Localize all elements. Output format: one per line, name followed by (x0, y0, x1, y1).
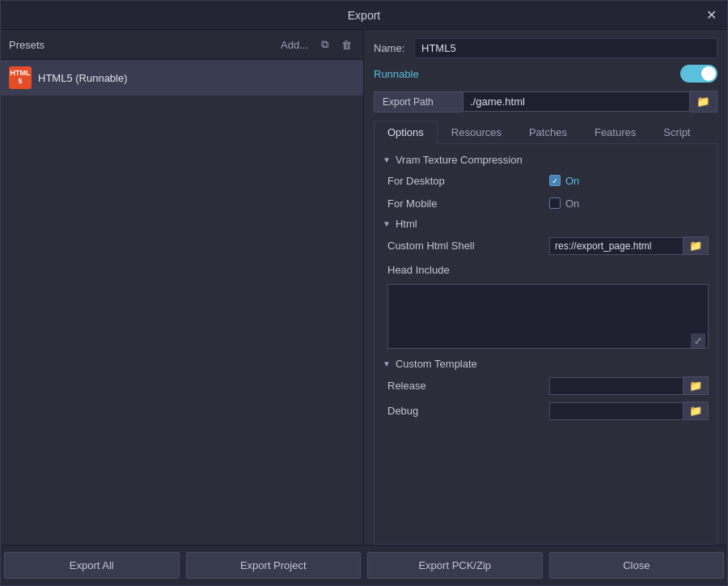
custom-template-header[interactable]: ▼ Custom Template (375, 355, 717, 373)
custom-template-arrow-icon: ▼ (383, 359, 391, 368)
name-row: Name: (374, 38, 717, 58)
tab-resources[interactable]: Resources (438, 121, 515, 143)
duplicate-preset-button[interactable]: ⧉ (318, 36, 332, 53)
runnable-toggle[interactable] (680, 65, 717, 83)
html-section-header[interactable]: ▼ Html (375, 214, 717, 233)
export-path-folder-button[interactable]: 📁 (690, 91, 717, 113)
main-content: Presets Add... ⧉ 🗑 HTML 5 HTML5 (Runnabl… (1, 30, 727, 545)
for-desktop-checkbox[interactable]: ✓ (549, 175, 561, 186)
presets-header: Presets Add... ⧉ 🗑 (1, 30, 363, 60)
debug-row: Debug 📁 (375, 398, 717, 423)
for-desktop-row: For Desktop ✓ On (375, 169, 717, 192)
release-input-row: 📁 (549, 376, 709, 395)
for-mobile-value: On (549, 197, 709, 210)
custom-html-shell-input[interactable] (549, 237, 684, 255)
left-panel: Presets Add... ⧉ 🗑 HTML 5 HTML5 (Runnabl… (1, 30, 364, 545)
custom-html-shell-row: Custom Html Shell 📁 (375, 233, 717, 258)
dialog-title: Export (348, 9, 380, 22)
for-desktop-on-label: On (565, 175, 579, 187)
html-arrow-icon: ▼ (383, 219, 391, 228)
bottom-bar: Export All Export Project Export PCK/Zip… (1, 545, 727, 585)
close-button[interactable]: Close (549, 552, 725, 579)
head-include-textarea-section: ⤢ (375, 281, 717, 355)
release-folder-button[interactable]: 📁 (684, 376, 709, 395)
right-panel: Name: Runnable Export Path 📁 Options Res… (364, 30, 727, 545)
close-icon-button[interactable]: ✕ (701, 6, 721, 25)
custom-html-shell-input-row: 📁 (549, 236, 709, 255)
export-project-button[interactable]: Export Project (186, 552, 362, 579)
debug-folder-button[interactable]: 📁 (684, 401, 709, 420)
html-section-label: Html (396, 218, 417, 230)
custom-html-shell-label: Custom Html Shell (387, 240, 549, 252)
vram-arrow-icon: ▼ (383, 155, 391, 164)
preset-name: HTML5 (Runnable) (38, 72, 128, 84)
debug-input-row: 📁 (549, 401, 709, 420)
export-pck-zip-button[interactable]: Export PCK/Zip (367, 552, 543, 579)
head-include-wrapper: ⤢ (387, 284, 709, 351)
export-dialog: Export ✕ Presets Add... ⧉ 🗑 HTML 5 HTML5… (0, 0, 728, 586)
preset-list: HTML 5 HTML5 (Runnable) (1, 60, 363, 545)
name-input[interactable] (414, 38, 717, 58)
head-include-label-row: Head Include (375, 258, 717, 281)
debug-input[interactable] (549, 402, 684, 420)
release-label: Release (387, 380, 549, 392)
release-input[interactable] (549, 377, 684, 395)
html5-icon: HTML 5 (9, 66, 32, 89)
export-path-input[interactable] (463, 91, 690, 112)
for-mobile-row: For Mobile On (375, 192, 717, 214)
tab-options[interactable]: Options (374, 121, 438, 144)
head-include-textarea[interactable] (387, 284, 709, 349)
preset-item-html5[interactable]: HTML 5 HTML5 (Runnable) (1, 60, 363, 96)
head-include-label: Head Include (387, 264, 549, 276)
for-desktop-value: ✓ On (549, 175, 709, 187)
toggle-thumb (701, 66, 716, 81)
expand-textarea-button[interactable]: ⤢ (691, 333, 705, 348)
export-all-button[interactable]: Export All (4, 552, 180, 579)
runnable-row: Runnable (374, 65, 717, 83)
for-mobile-label: For Mobile (387, 197, 549, 210)
name-label: Name: (374, 42, 406, 54)
runnable-label: Runnable (374, 68, 672, 80)
for-mobile-checkbox[interactable] (549, 197, 561, 209)
tab-script[interactable]: Script (650, 121, 704, 143)
title-bar: Export ✕ (1, 1, 727, 30)
for-desktop-label: For Desktop (387, 175, 549, 187)
custom-html-shell-folder-button[interactable]: 📁 (684, 236, 709, 255)
vram-section-header[interactable]: ▼ Vram Texture Compression (375, 151, 717, 169)
tab-features[interactable]: Features (581, 121, 650, 143)
custom-template-label: Custom Template (396, 358, 477, 370)
export-path-row: Export Path 📁 (374, 91, 717, 113)
add-preset-button[interactable]: Add... (277, 37, 311, 53)
tab-content-options: ▼ Vram Texture Compression For Desktop ✓… (374, 144, 717, 545)
delete-preset-button[interactable]: 🗑 (338, 37, 355, 53)
export-path-label: Export Path (374, 91, 463, 113)
debug-label: Debug (387, 405, 549, 417)
presets-label: Presets (9, 39, 271, 51)
tabs-bar: Options Resources Patches Features Scrip… (374, 121, 717, 144)
for-mobile-on-label: On (565, 197, 579, 210)
vram-section-label: Vram Texture Compression (396, 154, 523, 166)
tab-patches[interactable]: Patches (515, 121, 581, 143)
release-row: Release 📁 (375, 373, 717, 398)
